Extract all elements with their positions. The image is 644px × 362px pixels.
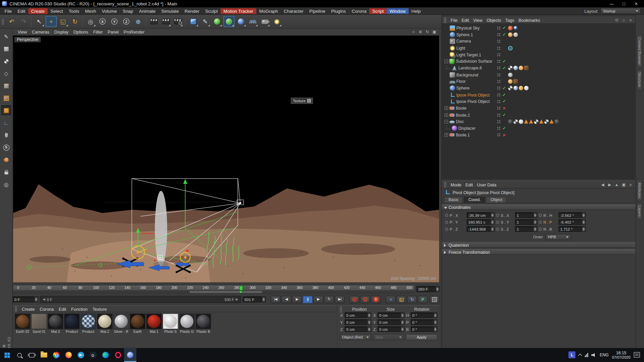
sky-tag-icon[interactable] <box>514 26 518 30</box>
toolbar-grip-icon[interactable] <box>2 19 4 24</box>
position-field[interactable]: 0 cm <box>344 319 371 325</box>
spinner-icon[interactable] <box>490 213 494 218</box>
steam-taskbar-button[interactable] <box>87 348 100 362</box>
mat-white-tag-icon[interactable] <box>524 86 528 90</box>
menu-render[interactable]: Render <box>182 8 202 14</box>
material-menu-texture[interactable]: Texture <box>90 306 109 311</box>
play-loop-button[interactable]: ↻ <box>324 296 334 303</box>
enable-toggle-icon[interactable]: ✓ <box>501 86 507 90</box>
file-explorer-taskbar-button[interactable] <box>38 348 50 362</box>
attr-p-field[interactable]: 160.951 c <box>467 219 494 225</box>
menu-script[interactable]: Script <box>369 8 387 14</box>
rotate-view-icon[interactable]: ↻ <box>425 30 430 34</box>
menu-select[interactable]: Select <box>48 8 66 14</box>
viewport-menu-panel[interactable]: Panel <box>105 29 121 35</box>
size-mode-dropdown[interactable]: Size <box>373 334 404 340</box>
material-product-4[interactable]: Product <box>80 314 97 334</box>
visibility-dots-icon[interactable] <box>497 100 501 103</box>
material-mat-3-2[interactable]: Mat.3 <box>47 314 64 334</box>
keyframe-ring-icon[interactable] <box>539 214 542 217</box>
attr-r-field[interactable]: -3.562 ° <box>558 212 586 218</box>
polygons-mode-button[interactable] <box>1 105 11 116</box>
timeline-ruler[interactable]: 0204060801001201401601802002202402602803… <box>13 285 415 294</box>
tri-tag-icon[interactable] <box>529 120 533 124</box>
visibility-dots-icon[interactable] <box>497 133 501 137</box>
viewport-menu-cameras[interactable]: Cameras <box>30 29 52 35</box>
expander-icon[interactable]: + <box>444 133 448 137</box>
keyframe-ring-icon[interactable] <box>496 228 499 231</box>
opera-taskbar-button[interactable] <box>112 348 124 362</box>
viewport-canvas[interactable]: Perspective Texture Grid Spacing : 10000… <box>13 36 439 283</box>
start-button[interactable] <box>1 348 13 362</box>
spinner-icon[interactable] <box>490 220 494 225</box>
attr-s-field[interactable]: 1 <box>515 226 537 232</box>
visibility-dots-icon[interactable] <box>497 120 501 123</box>
tray-chevron-icon[interactable] <box>578 354 582 358</box>
paint-tool-button[interactable] <box>1 154 11 165</box>
spinner-icon[interactable] <box>367 327 371 332</box>
section-quaternion[interactable]: Quaternion <box>442 242 636 248</box>
add-subdivision-surface-button[interactable] <box>223 16 234 27</box>
menu-character[interactable]: Character <box>281 8 306 14</box>
material-plastic-b-11[interactable]: Plastic B <box>195 314 212 334</box>
mat-red-tag-icon[interactable] <box>508 26 513 30</box>
spinner-icon[interactable] <box>533 213 537 218</box>
add-camera-button[interactable] <box>259 16 270 27</box>
mat-brown-tag-icon[interactable] <box>514 79 518 83</box>
workplane-lock-button[interactable] <box>1 167 11 177</box>
coordinates-grip-icon[interactable] <box>340 306 342 312</box>
window-maximize-button[interactable]: □ <box>618 0 630 7</box>
interaction-mode-button[interactable]: ◎ <box>1 179 11 190</box>
material-mat-2-5[interactable]: Mat.2 <box>97 314 113 334</box>
visibility-dots-icon[interactable] <box>497 86 501 90</box>
expander-icon[interactable]: + <box>444 113 448 117</box>
spinner-icon[interactable] <box>490 227 494 232</box>
object-row-physical-sky-0[interactable]: Physical Sky✓ <box>442 24 636 31</box>
menu-sculpt[interactable]: Sculpt <box>202 8 221 14</box>
lock-z-axis-button[interactable]: Z <box>121 16 132 27</box>
attr-r-field[interactable]: 1.712 ° <box>558 226 586 232</box>
add-light-button[interactable] <box>271 16 282 27</box>
mat-brown-tag-icon[interactable] <box>524 66 528 70</box>
phong-tag-icon[interactable] <box>514 86 518 90</box>
viewport-menu-options[interactable]: Options <box>71 29 91 35</box>
expander-icon[interactable]: + <box>444 106 448 110</box>
viewport-menu-view[interactable]: View <box>15 29 29 35</box>
visibility-dots-icon[interactable] <box>497 106 501 110</box>
size-field[interactable]: 0 cm <box>378 319 405 325</box>
zoom-view-icon[interactable]: ⊕ <box>418 30 423 34</box>
viewport-input-button[interactable] <box>1 130 11 140</box>
language-indicator[interactable]: ENG <box>600 353 609 357</box>
preview-range-slider[interactable]: ◀ 0 F 500 F ▶ <box>40 296 241 303</box>
spinner-icon[interactable] <box>400 313 404 318</box>
goto-end-button[interactable]: ▶| <box>335 296 344 303</box>
add-primitive-button[interactable] <box>188 16 199 27</box>
visibility-dots-icon[interactable] <box>497 60 501 63</box>
spinner-icon[interactable] <box>433 313 437 318</box>
material-sand-01-1[interactable]: Sand 01 <box>31 314 47 334</box>
viewport-menu-filter[interactable]: Filter <box>91 29 105 35</box>
key-position-button[interactable]: + <box>386 296 395 303</box>
range-end-spinner-icon[interactable] <box>262 297 265 302</box>
tab-object[interactable]: Object <box>486 197 507 203</box>
menu-pipeline[interactable]: Pipeline <box>307 8 328 14</box>
mat-orange-tag-icon[interactable] <box>519 86 523 90</box>
render-view-button[interactable] <box>148 16 159 27</box>
visibility-dots-icon[interactable] <box>497 80 501 83</box>
object-manager-grip-icon[interactable] <box>444 17 446 23</box>
object-row-tpose-pivot-object-11[interactable]: tpose Pivot Object✓ <box>442 98 636 105</box>
timeline-scrollbar[interactable] <box>13 291 414 293</box>
panel-tab-layers[interactable]: Layers <box>637 203 642 220</box>
search-icon[interactable]: ⊙ <box>614 18 620 22</box>
timeline-scroll-thumb[interactable] <box>190 291 262 293</box>
menu-simulate[interactable]: Simulate <box>158 8 182 14</box>
spinner-icon[interactable] <box>367 320 371 325</box>
visibility-dots-icon[interactable] <box>497 93 501 97</box>
menu-file[interactable]: File <box>2 8 15 14</box>
visibility-dots-icon[interactable] <box>497 66 501 70</box>
menu-window[interactable]: Window <box>387 8 409 14</box>
redo-button[interactable]: ↷ <box>18 16 29 27</box>
tri-tag-icon[interactable] <box>549 120 553 124</box>
range-right-arrow-icon[interactable]: ▶ <box>236 298 238 301</box>
spinner-icon[interactable] <box>582 220 585 225</box>
